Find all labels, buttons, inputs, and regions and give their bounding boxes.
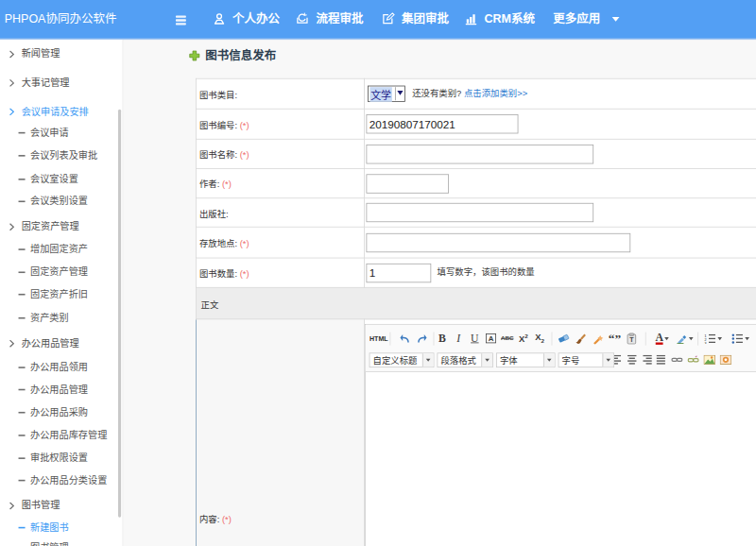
svg-text:T: T <box>629 336 634 343</box>
svg-text:3: 3 <box>704 340 707 343</box>
